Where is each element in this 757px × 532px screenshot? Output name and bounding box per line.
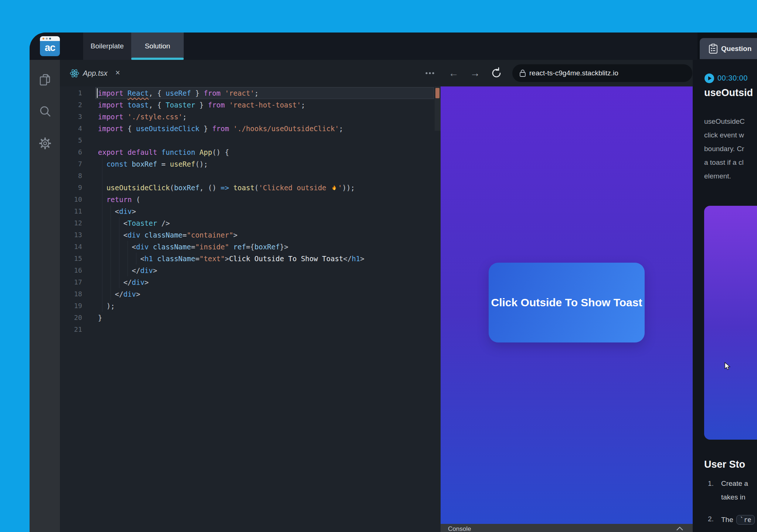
error-marker — [435, 88, 439, 98]
app-preview[interactable]: Click Outside To Show Toast — [441, 86, 693, 524]
question-paragraph-line: boundary. Cr — [704, 142, 745, 156]
arrow-right-icon[interactable]: → — [469, 60, 481, 86]
editor-scrollbar[interactable] — [435, 86, 441, 131]
line-number: 1 — [60, 87, 82, 99]
code-line: 16 </div> — [60, 265, 441, 276]
editor-tab-label: App.tsx — [83, 60, 108, 86]
close-icon[interactable]: × — [115, 60, 120, 86]
question-paragraph: useOutsideCclick event wboundary. Cra to… — [704, 115, 745, 183]
line-number: 10 — [60, 194, 82, 205]
code-editor[interactable]: 1import React, { useRef } from 'react';2… — [60, 86, 441, 532]
app-window: ac Boilerplate Solution — [30, 33, 757, 532]
line-number: 14 — [60, 241, 82, 253]
arrow-left-icon[interactable]: ← — [447, 60, 460, 86]
code-line: 15 <h1 className="text">Click Outside To… — [60, 253, 441, 265]
url-bar[interactable]: react-ts-c9g4me.stackblitz.io — [512, 64, 692, 82]
ellipsis-icon[interactable] — [424, 60, 436, 86]
tab-question-label: Question — [721, 38, 751, 59]
url-text: react-ts-c9g4me.stackblitz.io — [529, 64, 618, 82]
story-2-line: The`re — [721, 515, 755, 525]
logo-dot-orange — [43, 38, 44, 40]
line-number: 9 — [60, 182, 82, 194]
line-number: 6 — [60, 146, 82, 158]
solution-thumbnail[interactable] — [704, 206, 757, 440]
question-paragraph-line: useOutsideC — [704, 115, 745, 128]
line-number: 8 — [60, 170, 82, 182]
code-line: 5 — [60, 134, 441, 146]
line-number: 3 — [60, 111, 82, 123]
code-line: 17 </div> — [60, 276, 441, 288]
app-logo[interactable]: ac — [40, 36, 60, 56]
story-1-number: 1. — [708, 480, 714, 488]
line-number: 2 — [60, 99, 82, 111]
console-bar[interactable]: Console — [441, 524, 693, 532]
line-number: 17 — [60, 276, 82, 288]
line-number: 16 — [60, 265, 82, 276]
line-number: 7 — [60, 158, 82, 170]
text-cursor — [97, 88, 98, 98]
story-1-line-2: takes in — [721, 493, 745, 501]
code-line: 3import './style.css'; — [60, 111, 441, 123]
timer: 00:30:00 — [704, 73, 714, 83]
tab-question[interactable]: Question — [700, 38, 757, 59]
code-line: 9 useOutsideClick(boxRef, () => toast('C… — [60, 182, 441, 194]
code-lines: 1import React, { useRef } from 'react';2… — [60, 87, 441, 335]
timer-value: 00:30:00 — [717, 74, 748, 82]
refresh-icon[interactable] — [490, 60, 503, 86]
line-number: 4 — [60, 123, 82, 134]
fire-emoji-icon — [330, 184, 338, 192]
editor-tab-bar: App.tsx × ← → react-ts-c9g4me.stackblitz… — [60, 60, 693, 86]
line-number: 21 — [60, 324, 82, 335]
code-line: 12 <Toaster /> — [60, 217, 441, 229]
line-number: 13 — [60, 229, 82, 241]
logo-window-bar — [40, 36, 60, 41]
click-outside-box-label: Click Outside To Show Toast — [491, 296, 642, 309]
code-line: 10 return ( — [60, 194, 441, 205]
code-line: 7 const boxRef = useRef(); — [60, 158, 441, 170]
logo-text: ac — [40, 42, 60, 54]
tab-boilerplate[interactable]: Boilerplate — [83, 33, 131, 60]
question-panel: Question 00:30:00 useOutsid useOutsideCc… — [697, 33, 757, 532]
tab-solution[interactable]: Solution — [131, 33, 184, 60]
clipboard-icon — [709, 44, 718, 54]
play-circle-icon[interactable] — [704, 73, 714, 83]
files-icon[interactable] — [38, 73, 52, 88]
story-1-line-1: Create a — [721, 480, 748, 488]
sidebar — [30, 60, 60, 532]
header: ac Boilerplate Solution — [30, 33, 757, 60]
question-paragraph-line: a toast if a cl — [704, 156, 745, 169]
tab-solution-label: Solution — [145, 42, 170, 50]
line-number: 15 — [60, 253, 82, 265]
story-2-code-chip: `re — [736, 515, 755, 525]
user-stories-heading: User Sto — [704, 459, 745, 470]
console-label: Console — [448, 525, 471, 532]
line-number: 18 — [60, 288, 82, 300]
logo-dot-teal — [49, 38, 51, 40]
logo-dot-gray — [46, 38, 48, 40]
lock-icon — [519, 69, 526, 77]
code-line: 1import React, { useRef } from 'react'; — [60, 87, 441, 99]
editor-tab-apptsx[interactable]: App.tsx × — [60, 60, 126, 86]
code-line: 13 <div className="container"> — [60, 229, 441, 241]
question-heading: useOutsid — [704, 87, 753, 99]
search-icon[interactable] — [38, 105, 52, 120]
code-line: 6export default function App() { — [60, 146, 441, 158]
line-number: 5 — [60, 134, 82, 146]
indent-guide — [102, 170, 102, 182]
chevron-up-icon[interactable] — [676, 527, 683, 531]
line-number: 19 — [60, 300, 82, 312]
code-line: 18 </div> — [60, 288, 441, 300]
code-line: 2import toast, { Toaster } from 'react-h… — [60, 99, 441, 111]
click-outside-box[interactable]: Click Outside To Show Toast — [489, 263, 645, 342]
code-line: 19 ); — [60, 300, 441, 312]
gear-icon[interactable] — [38, 137, 52, 151]
code-line: 11 <div> — [60, 205, 441, 217]
tab-boilerplate-label: Boilerplate — [91, 42, 124, 50]
line-number: 20 — [60, 312, 82, 324]
question-paragraph-line: element. — [704, 169, 745, 183]
code-line: 20} — [60, 312, 441, 324]
story-2-text: The — [721, 516, 733, 524]
mouse-pointer-icon — [723, 362, 732, 371]
question-paragraph-line: click event w — [704, 128, 745, 142]
code-line: 4import { useOutsideClick } from './hook… — [60, 123, 441, 134]
